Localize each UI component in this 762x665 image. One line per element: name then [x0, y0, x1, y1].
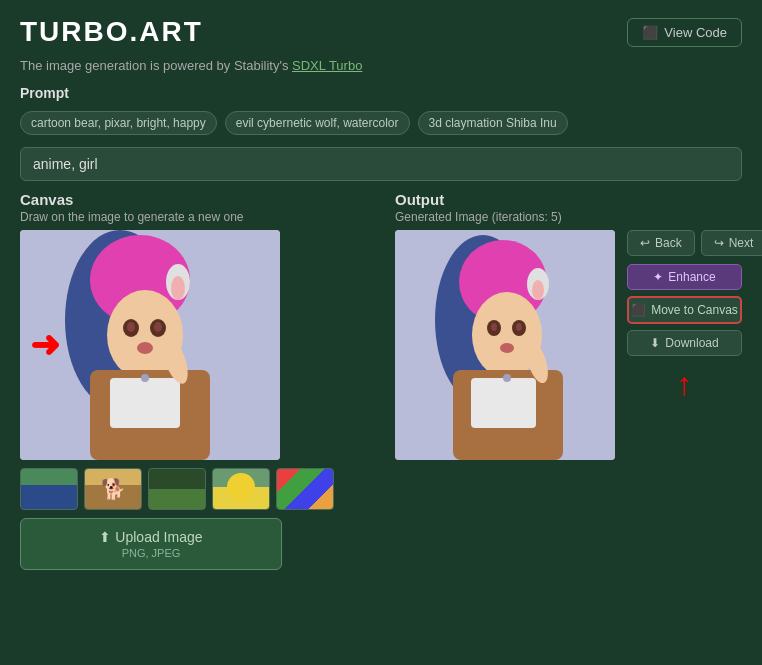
upload-label: ⬆ Upload Image — [99, 529, 202, 545]
output-buttons-container: ↩ Back ↪ Next ✦ Enhance ⬛ Move to Canvas — [627, 230, 742, 460]
prompt-chips-container: cartoon bear, pixar, bright, happy evil … — [0, 105, 762, 141]
svg-rect-27 — [471, 378, 536, 428]
back-button[interactable]: ↩ Back — [627, 230, 695, 256]
svg-point-23 — [491, 323, 497, 331]
upload-image-button[interactable]: ⬆ Upload Image PNG, JPEG — [20, 518, 282, 570]
svg-point-28 — [503, 374, 511, 382]
prompt-input[interactable] — [20, 147, 742, 181]
svg-point-24 — [516, 323, 522, 331]
back-icon: ↩ — [640, 236, 650, 250]
code-icon: ⬛ — [642, 25, 658, 40]
thumbnail-sun[interactable] — [212, 468, 270, 510]
upload-icon: ⬆ — [99, 529, 115, 545]
enhance-icon: ✦ — [653, 270, 663, 284]
nav-row: ↩ Back ↪ Next — [627, 230, 742, 256]
enhance-label: Enhance — [668, 270, 715, 284]
svg-rect-12 — [110, 378, 180, 428]
prompt-label: Prompt — [0, 81, 762, 105]
thumbnail-dog[interactable]: 🐕 — [84, 468, 142, 510]
canvas-section: Canvas Draw on the image to generate a n… — [20, 191, 375, 570]
svg-point-9 — [154, 322, 162, 332]
output-image — [395, 230, 615, 460]
next-button[interactable]: ↪ Next — [701, 230, 762, 256]
svg-point-8 — [127, 322, 135, 332]
thumbnail-landscape[interactable] — [20, 468, 78, 510]
logo: TURBO.ART — [20, 16, 203, 48]
back-label: Back — [655, 236, 682, 250]
chip-2[interactable]: evil cybernetic wolf, watercolor — [225, 111, 410, 135]
enhance-button[interactable]: ✦ Enhance — [627, 264, 742, 290]
output-section: Output Generated Image (iterations: 5) — [395, 191, 742, 570]
canvas-subtitle: Draw on the image to generate a new one — [20, 210, 375, 224]
view-code-label: View Code — [664, 25, 727, 40]
powered-by-text: The image generation is powered by Stabi… — [0, 58, 762, 81]
thumbnail-forest[interactable] — [148, 468, 206, 510]
output-title: Output — [395, 191, 742, 208]
chip-3[interactable]: 3d claymation Shiba Inu — [418, 111, 568, 135]
prompt-input-row — [0, 141, 762, 191]
chip-1[interactable]: cartoon bear, pixar, bright, happy — [20, 111, 217, 135]
thumbnail-colorful[interactable] — [276, 468, 334, 510]
svg-point-10 — [137, 342, 153, 354]
upload-subtitle: PNG, JPEG — [122, 547, 181, 559]
move-icon: ⬛ — [631, 303, 646, 317]
download-icon: ⬇ — [650, 336, 660, 350]
view-code-button[interactable]: ⬛ View Code — [627, 18, 742, 47]
download-button[interactable]: ⬇ Download — [627, 330, 742, 356]
svg-point-19 — [532, 280, 544, 300]
canvas-title: Canvas — [20, 191, 375, 208]
move-to-canvas-label: Move to Canvas — [651, 303, 738, 317]
next-icon: ↪ — [714, 236, 724, 250]
svg-point-4 — [171, 276, 185, 300]
sdxl-turbo-link[interactable]: SDXL Turbo — [292, 58, 362, 73]
output-image-wrapper — [395, 230, 615, 460]
svg-point-13 — [141, 374, 149, 382]
output-subtitle: Generated Image (iterations: 5) — [395, 210, 742, 224]
next-label: Next — [729, 236, 754, 250]
canvas-arrow: ➜ — [30, 324, 60, 366]
svg-point-25 — [500, 343, 514, 353]
download-label: Download — [665, 336, 718, 350]
thumbnails-row: 🐕 — [20, 468, 334, 510]
canvas-wrapper[interactable]: ➜ 🔥 Clear — [20, 230, 280, 460]
down-arrow-indicator: ↑ — [627, 366, 742, 403]
output-area: ↩ Back ↪ Next ✦ Enhance ⬛ Move to Canvas — [395, 230, 742, 460]
move-to-canvas-button[interactable]: ⬛ Move to Canvas — [627, 296, 742, 324]
